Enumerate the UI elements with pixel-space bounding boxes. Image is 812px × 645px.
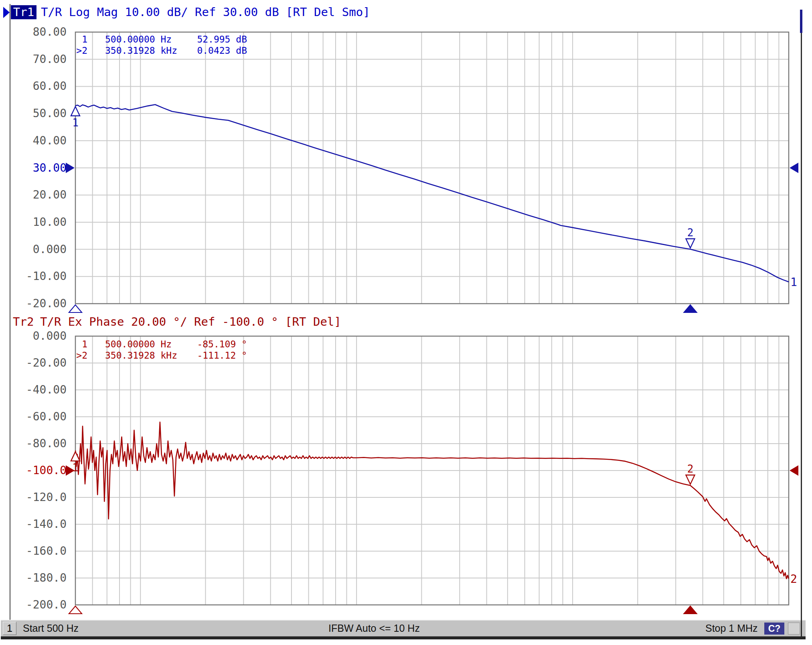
ref-level-arrow-right-icon — [790, 465, 798, 476]
marker-frequency: 350.31928 kHz — [105, 350, 180, 361]
y-axis-label: -80.00 — [8, 437, 67, 450]
screen-right-edge-top-accent — [800, 10, 802, 33]
marker-number: >2 — [64, 350, 87, 361]
marker-number: 1 — [64, 339, 87, 350]
svg-text:1: 1 — [72, 117, 79, 129]
y-axis-label: -120.0 — [8, 491, 67, 504]
status-bar: 1 Start 500 Hz IFBW Auto <= 10 Hz Stop 1… — [1, 620, 806, 636]
trace2-title[interactable]: T/R Ex Phase 20.00 °/ Ref -100.0 ° [RT D… — [40, 315, 341, 329]
marker-2-stimulus-indicator[interactable] — [684, 305, 697, 312]
channel-indicator[interactable]: 1 — [3, 622, 16, 635]
screen-left-edge — [10, 4, 10, 620]
ifbw-setting[interactable]: IFBW Auto <= 10 Hz — [328, 621, 420, 636]
marker-value: 0.0423 dB — [180, 45, 247, 56]
marker-2-glyph[interactable]: 2 — [686, 227, 695, 248]
marker-value: -85.109 ° — [180, 339, 247, 350]
y-axis-label: 70.00 — [8, 53, 67, 66]
marker-readout-row: 1 500.00000 Hz -85.109 ° — [64, 339, 247, 350]
y-axis-label: 10.00 — [8, 216, 67, 229]
y-axis-label: 40.00 — [8, 134, 67, 147]
svg-text:2: 2 — [687, 227, 694, 239]
marker-readout-row: >2 350.31928 kHz -111.12 ° — [64, 350, 247, 361]
active-trace-arrow-icon — [3, 7, 10, 18]
y-axis-label: 60.00 — [8, 80, 67, 93]
marker-readout-panel1[interactable]: 1 500.00000 Hz 52.995 dB >2 350.31928 kH… — [64, 34, 247, 56]
y-axis-label: -20.00 — [8, 297, 67, 310]
marker-2-stimulus-indicator[interactable] — [684, 606, 697, 614]
marker-frequency: 500.00000 Hz — [105, 34, 180, 45]
svg-text:1: 1 — [72, 462, 79, 474]
stop-frequency[interactable]: Stop 1 MHz — [705, 621, 758, 636]
marker-frequency: 500.00000 Hz — [105, 339, 180, 350]
marker-number: 1 — [64, 34, 87, 45]
start-frequency[interactable]: Start 500 Hz — [23, 621, 79, 636]
y-axis-label: -100.0 — [8, 464, 67, 477]
marker-frequency: 350.31928 kHz — [105, 45, 180, 56]
marker-value: 52.995 dB — [180, 34, 247, 45]
trace-1 — [75, 105, 789, 282]
marker-readout-row: >2 350.31928 kHz 0.0423 dB — [64, 45, 247, 56]
screen-right-edge — [801, 10, 802, 638]
cal-status-badge[interactable]: C? — [764, 623, 784, 635]
trace-1-end-label: 1 — [790, 276, 797, 289]
y-axis-label: 0.000 — [8, 330, 67, 343]
y-axis-label: -20.00 — [8, 357, 67, 369]
marker-number: >2 — [64, 45, 87, 56]
marker-readout-row: 1 500.00000 Hz 52.995 dB — [64, 34, 247, 45]
marker-2-glyph[interactable]: 2 — [686, 463, 695, 484]
screen-bottom-edge — [1, 636, 806, 639]
y-axis-label: -60.00 — [8, 410, 67, 423]
trace1-tag[interactable]: Tr1 — [11, 5, 36, 19]
ref-level-arrow-right-icon — [790, 163, 798, 173]
trace-2 — [75, 422, 789, 578]
marker-1-glyph[interactable]: 1 — [71, 452, 80, 474]
y-axis-label: 80.00 — [8, 26, 67, 39]
y-axis-label: 20.00 — [8, 189, 67, 201]
y-axis-label: 50.00 — [8, 107, 67, 120]
trace2-tag[interactable]: Tr2 — [13, 315, 34, 329]
marker-readout-panel2[interactable]: 1 500.00000 Hz -85.109 ° >2 350.31928 kH… — [64, 339, 247, 361]
marker-1-stimulus-indicator[interactable] — [69, 606, 82, 614]
trace-2-end-label: 2 — [790, 572, 797, 586]
marker-1-stimulus-indicator[interactable] — [69, 305, 82, 312]
marker-value: -111.12 ° — [180, 350, 247, 361]
marker-1-glyph[interactable]: 1 — [71, 107, 80, 129]
panel1-grid — [75, 32, 789, 304]
panel2-grid — [75, 336, 789, 605]
y-axis-label: -140.0 — [8, 518, 67, 531]
y-axis-label: 30.00 — [8, 162, 67, 174]
y-axis-label: -160.0 — [8, 545, 67, 558]
y-axis-label: -200.0 — [8, 598, 67, 611]
y-axis-label: -10.00 — [8, 270, 67, 283]
y-axis-label: -40.00 — [8, 383, 67, 396]
svg-text:2: 2 — [687, 463, 694, 475]
trace1-title[interactable]: T/R Log Mag 10.00 dB/ Ref 30.00 dB [RT D… — [41, 5, 370, 19]
ref-level-arrow-left-icon — [66, 163, 75, 173]
y-axis-label: -180.0 — [8, 572, 67, 584]
status-spare-box — [788, 623, 800, 635]
y-axis-label: 0.000 — [8, 243, 67, 256]
vna-screen: 121122 Tr1 T/R Log Mag 10.00 dB/ Ref 30.… — [0, 0, 812, 645]
